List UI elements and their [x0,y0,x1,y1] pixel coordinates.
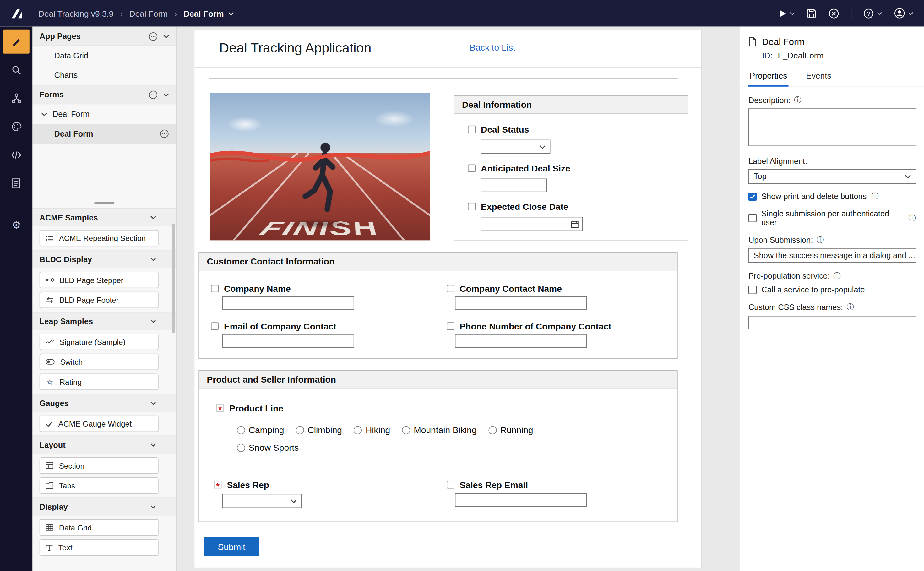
panel-resize-handle[interactable] [94,202,114,204]
camping-radio[interactable] [237,426,245,434]
palette-section-layout[interactable]: Layout [32,436,176,454]
breadcrumb-deal-form[interactable]: Deal Form [129,8,168,18]
palette-item-acme-gauge-widget[interactable]: ACME Gauge Widget [40,415,159,432]
deal-status-checkbox[interactable] [468,126,475,133]
chevron-down-icon[interactable] [150,258,156,261]
close-button[interactable] [828,8,839,19]
running-radio[interactable] [488,426,497,434]
chevron-down-icon[interactable] [150,443,156,447]
app-logo[interactable] [0,6,32,20]
palette-section-acme-samples[interactable]: ACME Samples [32,208,176,226]
account-button[interactable] [894,8,913,19]
style-tool-button[interactable] [3,114,29,139]
palette-item-switch[interactable]: Switch [40,353,159,370]
chevron-down-icon[interactable] [150,505,156,508]
company-name-input[interactable] [222,296,354,310]
info-icon[interactable]: ⓘ [833,272,841,279]
sales-rep-select[interactable] [222,494,301,508]
company-contact-name-input[interactable] [455,296,587,310]
breadcrumb-current[interactable]: Deal Form [184,8,234,18]
info-icon[interactable]: ⓘ [908,215,916,222]
palette-item-tabs[interactable]: Tabs [40,477,159,494]
search-tool-button[interactable] [3,58,29,82]
palette-item-rating[interactable]: ☆ Rating [40,374,159,390]
hiking-radio[interactable] [354,426,362,434]
custom-css-input[interactable] [748,316,916,329]
radio-option-mountain-biking[interactable]: Mountain Biking [402,425,477,435]
prepopulation-checkbox[interactable] [748,286,757,294]
palette-section-bldc-display[interactable]: BLDC Display [32,250,176,268]
company-contact-name-checkbox[interactable] [447,285,454,292]
stadium-light [374,111,415,128]
palette-item-signature[interactable]: Signature (Sample) [40,333,159,350]
email-of-company-contact-checkbox[interactable] [211,322,219,330]
radio-option-snow-sports[interactable]: Snow Sports [237,443,299,452]
deal-status-select[interactable] [481,140,550,154]
tree-item-deal-form-selected[interactable]: Deal Form [32,124,176,144]
forms-tool-button[interactable] [3,171,29,195]
palette-item-text[interactable]: Text [40,539,159,556]
anticipated-deal-size-checkbox[interactable] [468,164,475,172]
help-button[interactable]: ? [863,8,882,19]
upon-submission-select[interactable]: Show the success message in a dialog and… [748,248,916,263]
chevron-down-icon[interactable] [164,34,169,38]
snow-sports-radio[interactable] [237,443,245,452]
workflow-tool-button[interactable] [3,86,29,110]
show-print-delete-checkbox[interactable] [748,193,757,201]
preview-button[interactable] [779,9,795,17]
submit-button[interactable]: Submit [204,537,259,556]
save-button[interactable] [807,8,817,18]
settings-tool-button[interactable]: ⚙ [3,213,29,237]
back-to-list-link[interactable]: Back to List [469,42,515,52]
label-alignment-select[interactable]: Top [748,169,916,184]
folder-tabs-icon [45,482,53,489]
sidebar-item-charts[interactable]: Charts [32,65,176,85]
radio-option-hiking[interactable]: Hiking [354,425,390,435]
chevron-down-icon[interactable] [164,93,169,96]
palette-section-leap-samples[interactable]: Leap Samples [32,312,176,330]
sales-rep-email-input[interactable] [455,493,587,507]
chevron-down-icon[interactable] [150,401,156,405]
tree-item-deal-form[interactable]: Deal Form [32,104,176,124]
breadcrumb-app-title[interactable]: Deal Tracking v9.3.9 [38,8,113,18]
code-tool-button[interactable] [3,143,29,167]
radio-option-camping[interactable]: Camping [237,425,284,435]
palette-item-data-grid[interactable]: Data Grid [40,519,159,536]
palette-section-gauges[interactable]: Gauges [32,394,176,412]
phone-number-input[interactable] [455,334,587,348]
design-tool-button[interactable] [3,29,29,54]
description-textarea[interactable] [748,108,916,146]
anticipated-deal-size-input[interactable] [481,179,547,192]
forms-header: Forms [32,85,176,104]
chevron-down-icon[interactable] [150,216,156,219]
sidebar-item-data-grid[interactable]: Data Grid [32,46,176,65]
ellipsis-menu-icon[interactable] [148,31,158,41]
mountain-biking-radio[interactable] [402,426,410,434]
palette-item-bld-page-footer[interactable]: BLD Page Footer [40,292,159,309]
sidebar-scrollbar[interactable] [172,224,175,333]
info-icon[interactable]: ⓘ [847,304,854,311]
sales-rep-email-checkbox[interactable] [447,481,454,488]
info-icon[interactable]: ⓘ [871,193,878,200]
info-icon[interactable]: ⓘ [817,236,824,244]
email-of-company-contact-input[interactable] [222,334,354,348]
tab-events[interactable]: Events [805,67,833,87]
palette-section-display[interactable]: Display [32,497,176,516]
expected-close-date-input[interactable] [481,217,583,231]
palette-item-acme-repeating-section[interactable]: ACME Repeating Section [40,230,159,247]
tab-properties[interactable]: Properties [748,67,788,87]
radio-option-climbing[interactable]: Climbing [296,425,342,435]
phone-number-checkbox[interactable] [447,322,454,330]
palette-item-bld-page-stepper[interactable]: BLD Page Stepper [40,272,159,288]
radio-option-running[interactable]: Running [488,425,533,435]
info-icon[interactable]: ⓘ [794,97,801,104]
single-submission-checkbox[interactable] [748,214,757,222]
climbing-radio[interactable] [296,426,304,434]
company-name-checkbox[interactable] [211,285,219,292]
ellipsis-menu-icon[interactable] [148,90,158,99]
chevron-down-icon[interactable] [150,319,156,323]
ellipsis-menu-icon[interactable] [160,129,169,139]
expected-close-date-checkbox[interactable] [468,202,475,210]
chevron-down-icon [41,112,47,116]
palette-item-section[interactable]: Section [40,457,159,474]
